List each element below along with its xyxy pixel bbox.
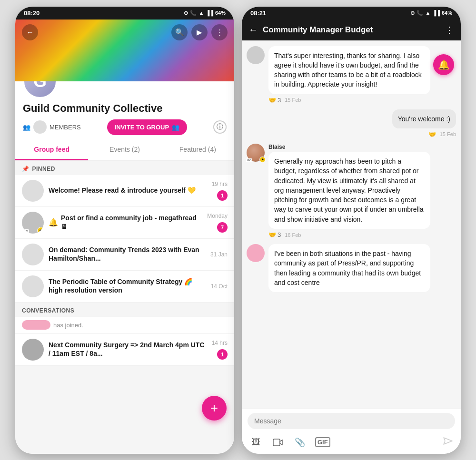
do-not-disturb-icon: ⊖ [184,10,188,16]
back-button[interactable]: ← [22,24,38,40]
video-button[interactable]: ▶ [191,24,208,40]
message-1: That's super interesting, thanks for sha… [247,46,456,104]
wifi-icon: ▲ [198,10,204,16]
feed-item-periodic-table[interactable]: The Periodic Table of Community Strategy… [15,271,234,303]
feed-item-meta-1: 19 hrs 1 [212,181,228,201]
image-button[interactable]: 🖼 [249,436,263,449]
signal-icon: ▐▐ [206,10,213,16]
message-2: You're welcome :) 🤝 15 Feb [247,109,456,138]
group-header-image: ← 🔍 ▶ ⋮ [15,20,234,81]
group-info-section: G Guild Community Collective 👥 MEMBERS I… [15,81,234,140]
members-icon: 👥 [23,124,30,131]
wifi-icon-right: ▲ [425,10,430,16]
blaise-avatar: GO ★ [247,144,265,162]
message-3: GO ★ Blaise Generally my approach has be… [247,144,456,238]
feed-content-4: The Periodic Table of Community Strategy… [49,277,206,295]
right-time: 08:21 [250,10,266,17]
call-icon-right: 📞 [416,10,423,16]
feed-avatar-4 [22,275,44,297]
feed-item-content-2: 🔔 Post or find a community job - megathr… [49,214,202,232]
star-badge: ★ [37,227,44,234]
star-tag: ★ [259,157,266,163]
pinned-item-community-job[interactable]: GO ★ 🔔 Post or find a community job - me… [15,207,234,239]
go-tag: GO [246,158,252,162]
feed-meta-3: 31 Jan [210,251,228,258]
alarm-icon: 🔔 [49,218,58,227]
header-right-buttons: 🔍 ▶ ⋮ [171,24,228,40]
chat-toolbar: 🖼 📎 GIF [242,433,461,454]
feed-content-3: On demand: Community Trends 2023 with Ev… [49,245,206,264]
msg-content-3: Blaise Generally my approach has been to… [268,144,456,238]
member-avatar-preview [33,120,47,134]
pin-icon: 📌 [22,166,30,172]
message-4: I've been in both situations in the past… [247,244,456,292]
feed-item-community-trends[interactable]: On demand: Community Trends 2023 with Ev… [15,239,234,271]
tab-featured[interactable]: Featured (4) [161,140,234,160]
msg-bubble-1: That's super interesting, thanks for sha… [268,46,430,94]
feed-item-avatar-1 [22,180,44,202]
header-action-bar: ← 🔍 ▶ ⋮ [15,24,234,40]
tab-group-feed[interactable]: Group feed [15,140,88,160]
invite-icon: 👥 [172,124,179,131]
info-button[interactable]: ⓘ [213,120,227,134]
members-row: 👥 MEMBERS [23,120,81,134]
signal-icon-right: ▐▐ [432,10,440,16]
more-button[interactable]: ⋮ [211,24,228,40]
msg-reaction-2[interactable]: 🤝 [428,131,436,138]
msg-reaction-1[interactable]: 🤝 3 [268,97,281,104]
battery-text-right: 64% [442,10,452,16]
msg-bubble-3: Generally my approach has been to pitch … [268,152,430,229]
bell-icon: 🔔 [438,59,450,70]
send-button[interactable] [443,436,453,449]
msg-sender-blaise: Blaise [268,144,456,150]
right-phone: 08:21 ⊖ 📞 ▲ ▐▐ 64% ← Community Manager B… [242,7,461,454]
fab-new-post[interactable]: + [202,396,227,421]
feed-item-meta-2: Monday 7 [207,213,228,233]
invite-to-group-button[interactable]: INVITE TO GROUP 👥 [107,119,188,135]
right-status-icons: ⊖ 📞 ▲ ▐▐ 64% [410,10,452,16]
notification-bell-button[interactable]: 🔔 [433,54,454,75]
chat-more-button[interactable]: ⋮ [445,24,454,36]
conv-avatar [22,339,44,361]
back-button-right[interactable]: ← [248,24,258,35]
message-input[interactable] [248,413,455,429]
left-status-bar: 08:20 ⊖ 📞 ▲ ▐▐ 64% [15,7,234,20]
msg-time-3: 16 Feb [285,232,301,238]
search-button[interactable]: 🔍 [171,24,188,40]
pinned-avatar-2: GO ★ [22,212,44,234]
attachment-button[interactable]: 📎 [293,436,307,449]
conversations-section-label: CONVERSATIONS [15,303,234,317]
msg-meta-1: 🤝 3 15 Feb [268,97,456,104]
gif-button[interactable]: GIF [315,437,330,447]
chat-input-area: 🖼 📎 GIF [242,409,461,454]
conv-meta: 14 hrs 1 [212,340,228,360]
joined-notification: has joined. [15,317,234,334]
battery-text: 64% [215,10,226,16]
msg-reaction-3[interactable]: 🤝 3 [268,231,281,238]
msg-content-2: You're welcome :) 🤝 15 Feb [247,109,456,138]
pinned-item-welcome[interactable]: Welcome! Please read & introduce yoursel… [15,175,234,207]
dnd-icon: ⊖ [410,10,415,16]
left-phone: 08:20 ⊖ 📞 ▲ ▐▐ 64% ← 🔍 ▶ ⋮ G Guild Commu… [15,7,234,454]
msg-avatar-4 [247,244,265,262]
call-icon: 📞 [190,10,197,16]
msg-time-1: 15 Feb [285,97,301,103]
feed-avatar-3 [22,244,44,265]
joined-avatar [22,320,50,330]
msg-bubble-2: You're welcome :) [392,109,456,128]
left-status-icons: ⊖ 📞 ▲ ▐▐ 64% [184,10,226,16]
msg-content-4: I've been in both situations in the past… [268,244,456,292]
conv-item-surgery[interactable]: Next Community Surgery => 2nd March 4pm … [15,334,234,366]
video-clip-button[interactable] [271,436,285,449]
msg-meta-3: 🤝 3 16 Feb [268,231,456,238]
msg-meta-2: 🤝 15 Feb [428,131,456,138]
chat-title: Community Manager Budget [263,25,440,35]
conv-content: Next Community Surgery => 2nd March 4pm … [49,341,207,359]
msg-time-2: 15 Feb [440,131,456,137]
members-label: MEMBERS [50,124,81,131]
msg-avatar-1 [247,46,265,64]
tab-events[interactable]: Events (2) [88,140,161,160]
group-name: Guild Community Collective [23,102,227,115]
svg-rect-0 [273,439,280,446]
chat-header: ← Community Manager Budget ⋮ [242,20,461,40]
